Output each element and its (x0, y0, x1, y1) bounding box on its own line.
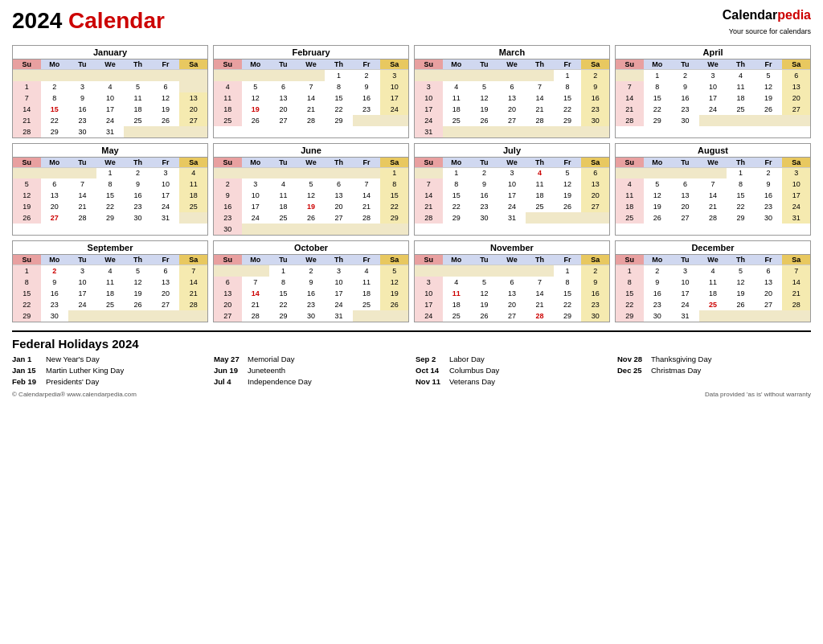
day-cell: 16 (755, 190, 783, 201)
holiday-name: Columbus Day (449, 365, 499, 376)
day-cell: 2 (755, 167, 783, 178)
month-title: September (13, 241, 207, 255)
day-cell: 27 (179, 115, 207, 126)
day-cell: 21 (297, 104, 326, 115)
day-cell: 23 (124, 201, 152, 212)
day-cell: 13 (755, 277, 783, 288)
day-cell: 4 (269, 178, 297, 190)
day-cell: 11 (179, 178, 207, 190)
day-cell: 25 (353, 299, 381, 310)
day-header-sa: Sa (581, 59, 609, 70)
day-cell: 10 (96, 92, 125, 104)
day-cell: 16 (297, 288, 326, 299)
day-cell: 21 (526, 299, 554, 310)
month-table: SuMoTuWeThFrSa12345678910111213141516171… (616, 255, 810, 322)
day-cell (297, 70, 326, 81)
day-cell: 5 (470, 81, 498, 92)
day-cell: 9 (755, 178, 783, 190)
day-cell (581, 212, 609, 224)
day-cell: 31 (415, 126, 443, 137)
day-header-mo: Mo (644, 59, 672, 70)
day-header-tu: Tu (68, 59, 96, 70)
day-cell: 18 (526, 190, 554, 201)
day-cell: 21 (179, 288, 207, 299)
day-cell: 21 (415, 201, 443, 212)
day-cell: 18 (443, 299, 471, 310)
brand-accent: pedia (777, 8, 811, 22)
day-cell: 8 (325, 81, 353, 92)
day-cell (124, 70, 152, 81)
day-cell: 30 (41, 310, 69, 322)
day-header-su: Su (616, 158, 644, 168)
day-cell: 25 (269, 212, 297, 224)
day-cell: 7 (526, 81, 554, 92)
day-cell: 29 (41, 126, 69, 137)
day-cell: 10 (68, 277, 96, 288)
day-cell (179, 70, 207, 81)
day-cell: 16 (41, 288, 69, 299)
day-header-we: We (699, 59, 727, 70)
day-cell: 30 (124, 212, 152, 224)
day-cell: 11 (214, 92, 242, 104)
day-cell: 4 (443, 277, 471, 288)
holidays-title: Federal Holidays 2024 (12, 337, 811, 351)
day-header-tu: Tu (671, 158, 699, 168)
day-cell: 19 (644, 201, 672, 212)
holiday-date: Jan 15 (12, 365, 41, 376)
day-cell: 11 (443, 92, 471, 104)
day-cell: 23 (581, 104, 609, 115)
day-cell: 12 (242, 92, 270, 104)
day-header-mo: Mo (443, 255, 471, 265)
day-cell: 22 (41, 115, 69, 126)
day-cell: 30 (581, 115, 609, 126)
month-table: SuMoTuWeThFrSa12345678910111213141516171… (214, 59, 408, 126)
day-cell: 31 (96, 126, 125, 137)
holiday-item: May 27Memorial Day (214, 354, 407, 365)
day-cell: 4 (353, 265, 381, 277)
day-cell: 14 (68, 190, 96, 201)
day-cell (581, 126, 609, 137)
day-cell: 3 (380, 70, 408, 81)
day-cell (353, 310, 381, 322)
day-cell: 14 (297, 92, 326, 104)
day-cell (353, 224, 381, 235)
day-cell: 13 (498, 288, 526, 299)
day-cell: 12 (152, 92, 180, 104)
holiday-date: May 27 (214, 354, 243, 365)
day-cell: 27 (498, 115, 526, 126)
day-cell: 28 (68, 212, 96, 224)
day-cell: 20 (671, 201, 699, 212)
holiday-date: Oct 14 (416, 365, 444, 376)
day-cell: 13 (152, 277, 180, 288)
day-cell: 21 (699, 201, 727, 212)
day-cell: 26 (297, 212, 326, 224)
day-cell: 23 (41, 299, 69, 310)
day-cell: 2 (214, 178, 242, 190)
day-cell: 5 (755, 70, 783, 81)
day-cell: 26 (124, 299, 152, 310)
day-cell: 18 (353, 288, 381, 299)
day-cell: 4 (699, 265, 727, 277)
day-cell: 1 (443, 167, 471, 178)
day-cell: 9 (470, 178, 498, 190)
day-cell: 31 (498, 212, 526, 224)
day-header-fr: Fr (152, 255, 180, 265)
day-cell (782, 310, 810, 322)
day-cell: 8 (443, 178, 471, 190)
day-cell: 27 (498, 310, 526, 322)
day-header-th: Th (727, 158, 755, 168)
day-cell: 4 (96, 81, 125, 92)
day-cell: 4 (616, 178, 644, 190)
holiday-item: Oct 14Columbus Day (416, 365, 609, 376)
day-cell: 20 (581, 190, 609, 201)
day-cell: 6 (755, 265, 783, 277)
day-header-sa: Sa (782, 255, 810, 265)
day-cell: 9 (671, 81, 699, 92)
day-cell: 18 (179, 190, 207, 201)
day-cell: 24 (68, 299, 96, 310)
holiday-date: Nov 11 (416, 376, 444, 388)
month-table: SuMoTuWeThFrSa12345678910111213141516171… (13, 255, 207, 322)
month-title: January (13, 46, 207, 59)
day-cell: 19 (755, 92, 783, 104)
day-header-su: Su (616, 59, 644, 70)
